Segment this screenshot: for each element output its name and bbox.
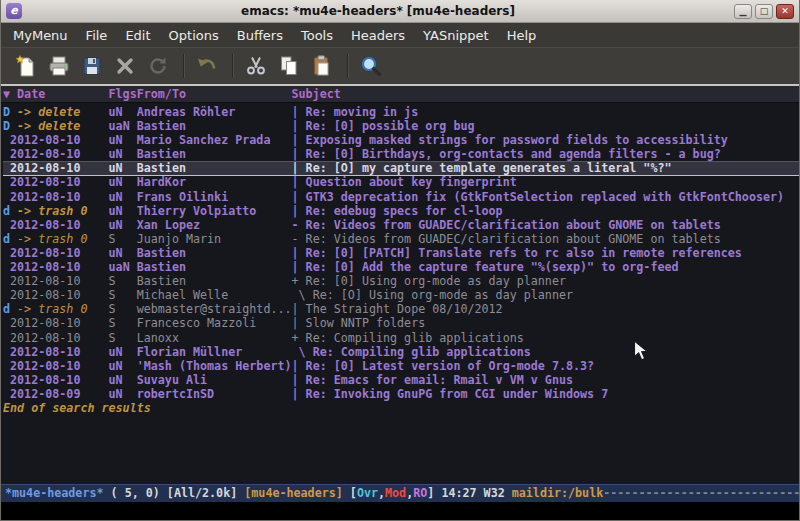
message-row[interactable]: 2012-08-10 uN Florian Müllner \ Re: Comp…: [3, 345, 799, 359]
paste-icon: [310, 54, 334, 78]
message-row[interactable]: D -> delete uaN Bastien | Re: [0] possib…: [3, 119, 799, 133]
field-mark: d: [3, 302, 17, 316]
field-from: Lanoxx: [137, 331, 292, 345]
field-date: 2012-08-10: [10, 288, 109, 302]
menu-item-tools[interactable]: Tools: [292, 25, 342, 46]
revert-buffer-button[interactable]: [143, 51, 173, 81]
field-thread: |: [292, 316, 306, 330]
headers-list: D -> delete uN Andreas Röhler | Re: movi…: [1, 103, 799, 484]
field-subject: Slow NNTP folders: [306, 316, 426, 330]
minimize-button[interactable]: ▁: [734, 4, 752, 19]
menubar: MyMenuFileEditOptionsBuffersToolsHeaders…: [1, 23, 799, 47]
titlebar[interactable]: e emacs: *mu4e-headers* [mu4e-headers] ▁…: [1, 0, 799, 23]
field-subject: Re: [O] my capture template generates a …: [306, 161, 672, 175]
field-from: HardKor: [137, 175, 292, 189]
toolbar: [1, 47, 799, 84]
new-file-button[interactable]: [11, 51, 41, 81]
field-thread: |: [292, 190, 306, 204]
field-subject: The Straight Dope 08/10/2012: [306, 302, 503, 316]
print-button[interactable]: [44, 51, 74, 81]
field-thread: |: [292, 302, 306, 316]
field-thread: |: [292, 147, 306, 161]
message-row[interactable]: 2012-08-10 uN Suvayu Ali | Re: Emacs for…: [3, 373, 799, 387]
end-of-search-results: End of search results: [3, 401, 799, 415]
toolbar-separator: [183, 54, 185, 78]
field-from: Bastien: [137, 161, 292, 175]
field-from: Bastien: [137, 274, 292, 288]
field-subject: Re: Emacs for email: Rmail v VM v Gnus: [306, 373, 573, 387]
field-from: Juanjo Marin: [137, 232, 292, 246]
mode-line[interactable]: *mu4e-headers* ( 5, 0) [All/2.0k] [mu4e-…: [1, 484, 799, 502]
modeline-segment: RO: [413, 486, 427, 500]
message-row[interactable]: D -> delete uN Andreas Röhler | Re: movi…: [3, 105, 799, 119]
search-button[interactable]: [356, 51, 386, 81]
menu-item-edit[interactable]: Edit: [116, 25, 159, 46]
field-date: 2012-08-10: [10, 147, 109, 161]
kill-buffer-button[interactable]: [110, 51, 140, 81]
message-row[interactable]: 2012-08-10 uN 'Mash (Thomas Herbert)| Re…: [3, 359, 799, 373]
message-row[interactable]: d -> trash 0 S webmaster@straightd...| T…: [3, 302, 799, 316]
field-flags: uN: [109, 133, 137, 147]
maximize-button[interactable]: □: [755, 4, 773, 19]
field-flags: S: [109, 232, 137, 246]
field-flags: uN: [109, 218, 137, 232]
field-flags: uN: [109, 387, 137, 401]
menu-item-yasnippet[interactable]: YASnippet: [414, 25, 498, 46]
message-row[interactable]: 2012-08-10 uaN Bastien | Re: [0] Add the…: [3, 260, 799, 274]
field-from: Bastien: [137, 246, 292, 260]
message-row[interactable]: 2012-08-10 S Francesco Mazzoli | Slow NN…: [3, 316, 799, 330]
menu-item-file[interactable]: File: [77, 25, 117, 46]
menu-item-help[interactable]: Help: [498, 25, 546, 46]
copy-button[interactable]: [274, 51, 304, 81]
message-row[interactable]: 2012-08-10 uN Mario Sanchez Prada | Expo…: [3, 133, 799, 147]
cut-button[interactable]: [241, 51, 271, 81]
menu-item-options[interactable]: Options: [160, 25, 228, 46]
paste-button[interactable]: [307, 51, 337, 81]
message-row-current[interactable]: 2012-08-10 uN Bastien | Re: [O] my captu…: [3, 161, 799, 175]
save-button[interactable]: [77, 51, 107, 81]
message-row[interactable]: 2012-08-10 S Bastien + Re: [0] Using org…: [3, 274, 799, 288]
field-subject: Re: [0] Birthdays, org-contacts and agen…: [306, 147, 721, 161]
field-from: 'Mash (Thomas Herbert): [137, 359, 292, 373]
message-row[interactable]: 2012-08-10 S Michael Welle \ Re: [O] Usi…: [3, 288, 799, 302]
message-row[interactable]: d -> trash 0 uN Thierry Volpiatto | Re: …: [3, 204, 799, 218]
message-row[interactable]: d -> trash 0 S Juanjo Marin - Re: Videos…: [3, 232, 799, 246]
field-mark: [3, 387, 10, 401]
field-thread: |: [292, 133, 306, 147]
field-from: Xan Lopez: [137, 218, 292, 232]
field-flags: S: [109, 288, 137, 302]
field-markdate: -> trash 0: [17, 232, 108, 246]
modeline-segment: 14:27 W32: [441, 486, 511, 500]
menu-item-headers[interactable]: Headers: [342, 25, 414, 46]
field-subject: GTK3 deprecation fix (GtkFontSelection r…: [306, 190, 784, 204]
field-mark: [3, 175, 10, 189]
field-mark: [3, 260, 10, 274]
field-subject: Re: [0] possible org bug: [306, 119, 475, 133]
message-row[interactable]: 2012-08-10 uN Xan Lopez - Re: Videos fro…: [3, 218, 799, 232]
message-row[interactable]: 2012-08-10 uN Bastien | Re: [0] [PATCH] …: [3, 246, 799, 260]
message-row[interactable]: 2012-08-10 uN HardKor | Question about k…: [3, 175, 799, 189]
message-row[interactable]: 2012-08-10 uN Frans Oilinki | GTK3 depre…: [3, 190, 799, 204]
window-title: emacs: *mu4e-headers* [mu4e-headers]: [22, 4, 734, 18]
field-flags: uN: [109, 147, 137, 161]
menu-item-mymenu[interactable]: MyMenu: [4, 25, 77, 46]
field-flags: S: [109, 274, 137, 288]
field-thread: |: [292, 204, 306, 218]
field-mark: d: [3, 232, 17, 246]
field-mark: [3, 161, 10, 175]
field-markdate: -> trash 0: [17, 204, 108, 218]
field-flags: uN: [109, 105, 137, 119]
emacs-window: e emacs: *mu4e-headers* [mu4e-headers] ▁…: [0, 0, 800, 521]
echo-area[interactable]: [1, 502, 799, 520]
close-button[interactable]: ✕: [776, 4, 794, 19]
field-thread: |: [292, 260, 306, 274]
field-thread: |: [292, 119, 306, 133]
menu-item-buffers[interactable]: Buffers: [228, 25, 292, 46]
toolbar-separator: [232, 54, 234, 78]
undo-button[interactable]: [192, 51, 222, 81]
message-row[interactable]: 2012-08-09 uN robertcInSD | Re: Invoking…: [3, 387, 799, 401]
field-subject: Exposing masked strings for password fie…: [306, 133, 728, 147]
message-row[interactable]: 2012-08-10 uN Bastien | Re: [0] Birthday…: [3, 147, 799, 161]
message-row[interactable]: 2012-08-10 S Lanoxx + Re: Compiling glib…: [3, 331, 799, 345]
modeline-segment: Ovr: [357, 486, 378, 500]
